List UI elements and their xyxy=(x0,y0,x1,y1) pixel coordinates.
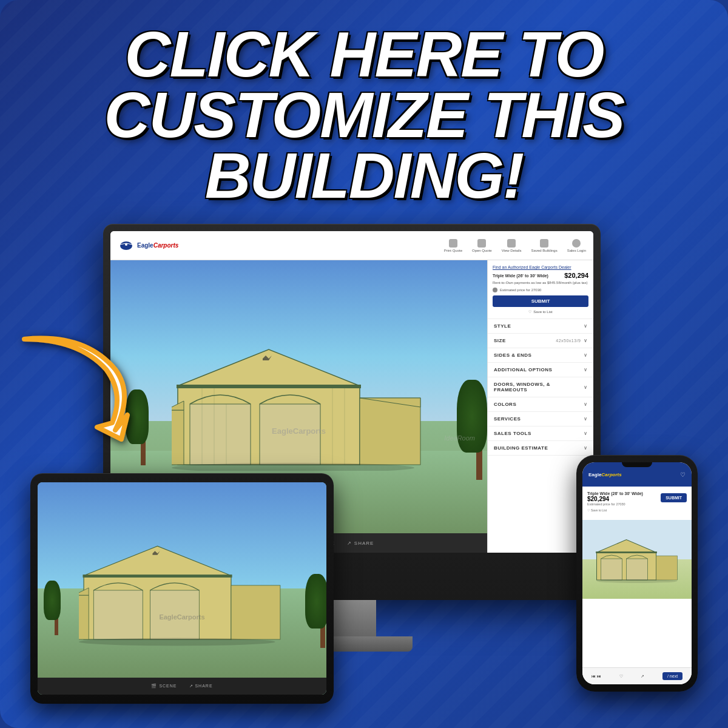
view-details-btn[interactable]: View Details xyxy=(502,239,522,252)
sides-ends-menu-item[interactable]: SIDES & ENDS∨ xyxy=(488,348,593,363)
tablet-scene-btn[interactable]: 🎬 SCENE xyxy=(151,684,177,689)
building-svg-wrapper xyxy=(172,337,426,471)
svg-rect-24 xyxy=(231,585,280,639)
building-name: Triple Wide (26' to 30' Wide) xyxy=(493,274,548,278)
app-header: EagleCarports Print Quote Open Quote xyxy=(110,231,593,260)
sales-tools-menu-item[interactable]: SALES TOOLS∨ xyxy=(488,426,593,441)
phone-heart-icon[interactable]: ♡ xyxy=(680,471,686,478)
share-btn[interactable]: ↗ SHARE xyxy=(347,541,374,546)
phone-device: EagleCarports ♡ Triple Wide (26' to 30' … xyxy=(576,455,698,692)
tablet-device: EagleCarports 🎬 SCENE ↗ SHARE xyxy=(30,473,334,704)
phone-price: $20,294 xyxy=(587,496,643,502)
svg-rect-22 xyxy=(93,590,143,639)
watermark-idearoom: IdeaRoom xyxy=(444,434,475,442)
sales-login-btn[interactable]: Sales Login xyxy=(567,239,586,252)
tablet-watermark: EagleCarports xyxy=(159,613,204,621)
phone-rent: Estimated price for 27030 xyxy=(587,502,643,506)
services-menu-item[interactable]: SERVICES∨ xyxy=(488,412,593,426)
main-container: CLICK HERE TOCUSTOMIZE THIS BUILDING! xyxy=(0,0,728,728)
headline-section[interactable]: CLICK HERE TOCUSTOMIZE THIS BUILDING! xyxy=(18,24,710,206)
tablet-frame: EagleCarports 🎬 SCENE ↗ SHARE xyxy=(30,473,334,704)
phone-play-btn[interactable]: ⏮ ⏭ xyxy=(592,674,601,678)
phone-share-ctrl[interactable]: ↗ xyxy=(641,674,644,679)
phone-logo: EagleCarports xyxy=(588,472,622,477)
tablet-bottom-bar: 🎬 SCENE ↗ SHARE xyxy=(38,678,326,695)
building-svg xyxy=(172,337,426,471)
arrow-wrapper xyxy=(0,321,146,473)
building-price: $20,294 xyxy=(564,272,588,279)
phone-next-btn[interactable]: / next xyxy=(662,672,682,680)
phone-building-svg xyxy=(595,534,679,583)
svg-rect-5 xyxy=(172,410,184,465)
tablet-building-svg-wrapper xyxy=(79,533,285,648)
price-section: Find an Authorized Eagle Carports Dealer… xyxy=(488,260,593,319)
svg-rect-4 xyxy=(177,385,361,388)
submit-button[interactable]: SUBMIT xyxy=(493,295,588,307)
dealer-link[interactable]: Find an Authorized Eagle Carports Dealer xyxy=(493,265,588,269)
tablet-building-svg xyxy=(79,533,285,648)
saved-buildings-btn[interactable]: Saved Buildings xyxy=(531,239,558,252)
svg-rect-29 xyxy=(601,559,622,580)
phone-notch xyxy=(622,462,652,467)
estimated-text: Estimated price for 27030 xyxy=(500,288,541,292)
svg-rect-20 xyxy=(79,595,89,639)
phone-building-preview xyxy=(582,520,692,599)
additional-options-menu-item[interactable]: ADDITIONAL OPTIONS∨ xyxy=(488,363,593,377)
estimated-row: Estimated price for 27030 xyxy=(493,288,588,292)
arrow-icon xyxy=(0,321,146,473)
svg-rect-28 xyxy=(596,551,657,553)
tablet-scene: EagleCarports 🎬 SCENE ↗ SHARE xyxy=(38,482,326,695)
app-logo: EagleCarports xyxy=(118,240,178,252)
phone-bottom-controls: ⏮ ⏭ ♡ ↗ / next xyxy=(582,667,692,684)
rent-text: Rent-to-Own payments as low as $845.58/m… xyxy=(493,281,588,286)
svg-rect-31 xyxy=(656,556,678,580)
logo-text: EagleCarports xyxy=(137,242,178,249)
svg-rect-30 xyxy=(627,559,648,580)
phone-frame: EagleCarports ♡ Triple Wide (26' to 30' … xyxy=(576,455,698,692)
svg-point-25 xyxy=(79,638,275,646)
building-estimate-menu-item[interactable]: BUILDING ESTIMATE∨ xyxy=(488,441,593,456)
phone-content: Triple Wide (26' to 30' Wide) $20,294 Es… xyxy=(582,487,692,517)
phone-save[interactable]: ♡Save to List xyxy=(587,508,687,512)
nav-icons: Print Quote Open Quote View Details xyxy=(444,239,586,252)
svg-marker-18 xyxy=(84,546,231,576)
tablet-share-btn[interactable]: ↗ SHARE xyxy=(189,684,213,689)
svg-rect-19 xyxy=(83,575,232,578)
watermark-eagle: EagleCarports xyxy=(272,426,326,436)
colors-menu-item[interactable]: COLORS∨ xyxy=(488,397,593,412)
svg-point-32 xyxy=(597,579,678,583)
tablet-screen: EagleCarports 🎬 SCENE ↗ SHARE xyxy=(38,482,326,695)
open-quote-btn[interactable]: Open Quote xyxy=(472,239,492,252)
phone-building-name: Triple Wide (26' to 30' Wide) xyxy=(587,491,643,496)
svg-marker-3 xyxy=(178,349,360,386)
phone-heart-ctrl[interactable]: ♡ xyxy=(619,674,623,679)
phone-submit-btn[interactable]: SUBMIT xyxy=(661,493,687,502)
headline-text[interactable]: CLICK HERE TOCUSTOMIZE THIS BUILDING! xyxy=(18,24,710,206)
doors-windows-menu-item[interactable]: DOORS, WINDOWS, & FRAMEOUTS∨ xyxy=(488,377,593,397)
style-menu-item[interactable]: STYLE∨ xyxy=(488,319,593,334)
eagle-icon xyxy=(118,240,135,252)
building-title-row: Triple Wide (26' to 30' Wide) $20,294 xyxy=(493,272,588,279)
monitor-stand-neck xyxy=(328,600,376,636)
location-icon xyxy=(493,288,497,292)
save-list[interactable]: ♡ Save to List xyxy=(493,309,588,314)
print-quote-btn[interactable]: Print Quote xyxy=(444,239,462,252)
svg-rect-7 xyxy=(190,404,251,465)
devices-container: EagleCarports Print Quote Open Quote xyxy=(30,224,698,710)
svg-rect-14 xyxy=(360,398,420,465)
phone-screen: EagleCarports ♡ Triple Wide (26' to 30' … xyxy=(582,462,692,684)
size-menu-item[interactable]: SIZE 42x50x13/9 ∨ xyxy=(488,334,593,348)
svg-marker-27 xyxy=(597,540,656,553)
svg-point-1 xyxy=(125,243,127,246)
